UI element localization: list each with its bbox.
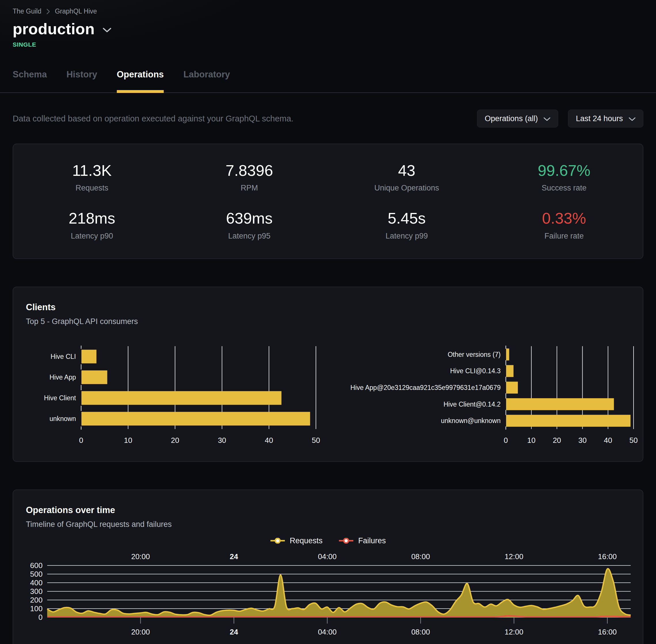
operations-panel-subtitle: Timeline of GraphQL requests and failure…	[26, 520, 630, 529]
tab-bar: Schema History Operations Laboratory	[0, 69, 656, 93]
svg-text:0: 0	[39, 613, 43, 622]
stat-latency-p90: 218msLatency p90	[13, 210, 171, 240]
svg-text:400: 400	[30, 578, 43, 587]
svg-text:Hive CLI: Hive CLI	[51, 353, 76, 360]
svg-text:Hive Client@0.14.2: Hive Client@0.14.2	[444, 400, 501, 408]
svg-text:100: 100	[30, 604, 43, 613]
chevron-right-icon	[46, 8, 50, 15]
stat-failure-rate: 0.33%Failure rate	[485, 210, 643, 240]
svg-text:08:00: 08:00	[411, 628, 430, 636]
legend-item-failures[interactable]: Failures	[338, 536, 386, 545]
requests-legend-marker-icon	[270, 538, 285, 544]
svg-text:30: 30	[218, 436, 226, 444]
svg-text:Other versions (7): Other versions (7)	[448, 351, 501, 358]
operations-over-time-panel: Operations over time Timeline of GraphQL…	[13, 489, 643, 644]
svg-text:12:00: 12:00	[505, 628, 523, 636]
svg-text:20:00: 20:00	[131, 552, 150, 561]
tab-laboratory[interactable]: Laboratory	[183, 69, 230, 93]
svg-text:24: 24	[230, 552, 238, 561]
svg-text:10: 10	[527, 436, 535, 444]
svg-text:16:00: 16:00	[598, 628, 616, 636]
stat-unique-operations: 43Unique Operations	[328, 162, 485, 192]
time-range-dropdown[interactable]: Last 24 hours	[568, 110, 643, 128]
stats-panel: 11.3KRequests 7.8396RPM 43Unique Operati…	[13, 144, 643, 259]
breadcrumb: The Guild GraphQL Hive	[13, 7, 643, 15]
svg-text:Hive Client: Hive Client	[44, 394, 76, 402]
breadcrumb-project-link[interactable]: GraphQL Hive	[55, 7, 97, 15]
page-header: The Guild GraphQL Hive production SINGLE	[0, 0, 656, 48]
svg-text:40: 40	[265, 436, 273, 444]
svg-text:04:00: 04:00	[318, 628, 337, 636]
svg-text:200: 200	[30, 596, 43, 604]
svg-text:50: 50	[630, 436, 638, 444]
clients-panel-title: Clients	[26, 302, 630, 313]
stat-latency-p99: 5.45sLatency p99	[328, 210, 485, 240]
graphql-hive-dashboard: The Guild GraphQL Hive production SINGLE…	[0, 0, 656, 644]
tab-schema[interactable]: Schema	[13, 69, 47, 93]
svg-text:16:00: 16:00	[598, 552, 616, 561]
svg-text:0: 0	[79, 436, 83, 444]
filters-row: Data collected based on operation execut…	[0, 110, 656, 128]
tab-operations[interactable]: Operations	[117, 69, 164, 93]
breadcrumb-org-link[interactable]: The Guild	[13, 7, 42, 15]
description-text: Data collected based on operation execut…	[13, 114, 294, 123]
svg-text:Hive App@20e3129caa921c35e9979: Hive App@20e3129caa921c35e9979631e17a067…	[350, 384, 501, 391]
clients-panel: Clients Top 5 - GraphQL API consumers Hi…	[13, 286, 643, 462]
svg-text:08:00: 08:00	[411, 552, 430, 561]
operations-filter-dropdown[interactable]: Operations (all)	[477, 110, 559, 128]
chevron-down-icon	[543, 116, 550, 121]
svg-text:04:00: 04:00	[318, 552, 337, 561]
clients-by-name-chart[interactable]: Hive CLIHive AppHive Clientunknown010203…	[26, 342, 326, 449]
svg-text:unknown@unknown: unknown@unknown	[441, 417, 501, 424]
svg-text:Hive CLI@0.14.3: Hive CLI@0.14.3	[450, 367, 501, 375]
time-range-label: Last 24 hours	[576, 114, 623, 123]
clients-panel-subtitle: Top 5 - GraphQL API consumers	[26, 317, 630, 326]
svg-text:500: 500	[30, 570, 43, 578]
operations-filter-label: Operations (all)	[485, 114, 538, 123]
svg-text:24: 24	[230, 628, 238, 636]
page-title: production	[13, 20, 95, 38]
svg-text:20:00: 20:00	[131, 628, 150, 636]
svg-text:0: 0	[504, 436, 508, 444]
svg-text:300: 300	[30, 587, 43, 596]
svg-text:600: 600	[30, 561, 43, 570]
stat-requests: 11.3KRequests	[13, 162, 171, 192]
svg-text:50: 50	[312, 436, 320, 444]
stat-latency-p95: 639msLatency p95	[171, 210, 328, 240]
chevron-down-icon	[629, 116, 636, 121]
chevron-down-icon[interactable]	[103, 25, 111, 33]
svg-text:10: 10	[124, 436, 132, 444]
svg-text:20: 20	[171, 436, 179, 444]
svg-text:40: 40	[604, 436, 612, 444]
svg-text:20: 20	[553, 436, 561, 444]
failures-legend-marker-icon	[338, 538, 354, 544]
operations-panel-title: Operations over time	[26, 505, 630, 515]
svg-text:Hive App: Hive App	[49, 373, 76, 381]
tab-history[interactable]: History	[67, 69, 97, 93]
svg-text:30: 30	[578, 436, 587, 444]
svg-text:unknown: unknown	[49, 415, 76, 422]
svg-text:12:00: 12:00	[505, 552, 523, 561]
stat-success-rate: 99.67%Success rate	[485, 162, 643, 192]
clients-by-version-chart[interactable]: Other versions (7)Hive CLI@0.14.3Hive Ap…	[326, 342, 644, 449]
target-mode-badge: SINGLE	[13, 41, 643, 48]
stat-rpm: 7.8396RPM	[171, 162, 328, 192]
legend-item-requests[interactable]: Requests	[270, 536, 323, 545]
timeline-legend: Requests Failures	[26, 536, 630, 545]
operations-timeline-chart[interactable]: 010020030040050060020:0020:00242404:0004…	[26, 551, 630, 639]
